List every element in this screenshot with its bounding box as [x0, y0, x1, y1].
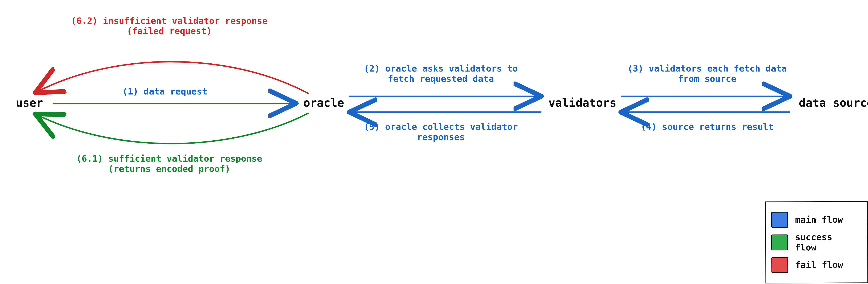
node-data-source: data source [799, 96, 868, 109]
label-step6-2: (6.2) insufficient validator response (f… [67, 16, 272, 36]
legend-label-fail: fail flow [795, 260, 843, 270]
legend-swatch-red-icon [771, 257, 788, 273]
diagram-canvas: user oracle validators data source (1) d… [0, 0, 868, 284]
node-oracle: oracle [303, 96, 344, 109]
label-step5: (5) oracle collects validator responses [360, 122, 522, 142]
label-step4: (4) source returns result [629, 122, 785, 132]
label-step2: (2) oracle asks validators to fetch requ… [360, 64, 522, 84]
legend-box: main flow success flow fail flow [765, 201, 868, 283]
node-user: user [16, 96, 43, 109]
legend-swatch-green-icon [771, 234, 788, 250]
legend-row-main: main flow [771, 211, 859, 228]
legend-label-main: main flow [795, 215, 843, 225]
legend-swatch-blue-icon [771, 212, 788, 228]
arrow-step6-1 [35, 113, 309, 144]
legend-row-fail: fail flow [771, 257, 859, 273]
label-step1: (1) data request [116, 87, 213, 97]
legend-label-success: success flow [795, 232, 859, 253]
label-step6-1: (6.1) sufficient validator response (ret… [70, 154, 268, 174]
legend-row-success: success flow [771, 232, 859, 253]
node-validators: validators [549, 96, 616, 109]
label-step3: (3) validators each fetch data from sour… [626, 64, 788, 84]
